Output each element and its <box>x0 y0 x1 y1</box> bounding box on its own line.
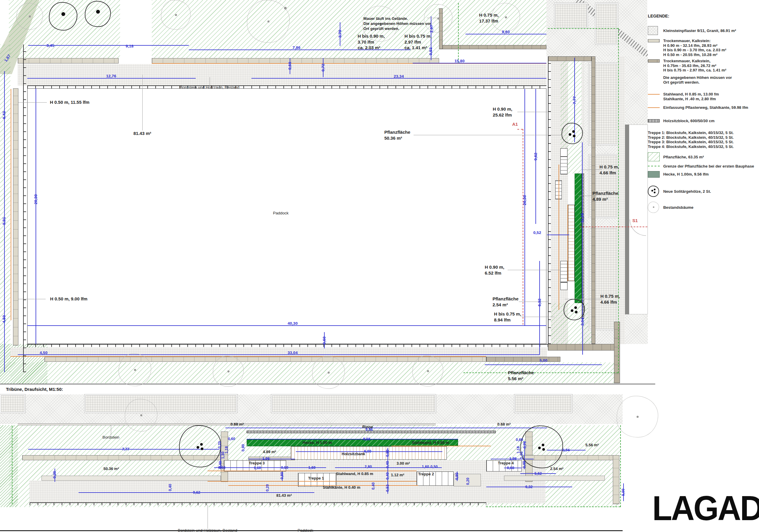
drywall-h075 <box>591 56 595 344</box>
legend-item-label: Bestandsbäume <box>663 205 694 210</box>
pavement-bed <box>85 394 237 413</box>
detail-wall <box>22 455 221 460</box>
drain-channel <box>247 430 496 433</box>
tree-dot-icon <box>654 188 656 190</box>
detail-curb <box>504 476 605 481</box>
paving-strip-bottom <box>10 348 547 357</box>
drywall <box>13 88 19 346</box>
hedge <box>247 439 458 446</box>
fence-existing <box>548 56 551 344</box>
pavement-bed <box>554 3 588 28</box>
dimension-line <box>623 483 624 501</box>
legend-item-label: Trockenmauer, Kalkstein, H 0.75m - 35.63… <box>663 59 726 73</box>
legend-item-label: Kleinsteinpflaster 9/11, Granit, 86.91 m… <box>663 28 736 33</box>
hatch-icon <box>648 152 660 161</box>
phase-boundary <box>463 372 618 373</box>
section-divider <box>0 384 655 384</box>
existing-tree-icon <box>617 396 658 437</box>
line-orange-icon <box>648 94 660 95</box>
steel-wall <box>208 471 417 471</box>
stairs-treppe1 <box>298 473 337 487</box>
legend-item-label: Neue Solitärgehölze, 2 St. <box>663 189 711 194</box>
stair-landing <box>560 148 568 157</box>
stairs-treppe3 <box>224 460 286 471</box>
steel-edge <box>11 89 11 320</box>
tree-dot-icon <box>637 416 639 418</box>
company-logo: LAGADE <box>652 488 759 532</box>
drywall-h075 <box>486 357 560 362</box>
steel-wall <box>208 481 417 482</box>
legend-item-label: Die angegebenen Höhen müssen vor Ort gep… <box>663 75 732 85</box>
steel-edge <box>10 356 486 357</box>
legend-item-label: Trockenmauer, Kalkstein: H 0.90 m - 32.1… <box>663 39 726 57</box>
phase-boundary <box>12 426 13 504</box>
legend-item-label: Treppe 1: Blockstufe, Kalkstein, 40/15/3… <box>648 131 734 149</box>
tree-dot-icon <box>651 190 653 191</box>
building-wall <box>625 125 629 314</box>
paved-path <box>618 56 625 344</box>
detail-curb <box>42 476 221 481</box>
detail-title: Tribüne, Draufsicht, M1:50: <box>6 387 63 392</box>
drywall-h075 <box>548 344 619 350</box>
drywall <box>45 357 486 362</box>
drain-channel <box>582 174 584 319</box>
detail-wall <box>221 431 228 482</box>
detail-planting <box>0 425 18 507</box>
drywall <box>18 58 119 63</box>
steel-edge <box>391 446 491 446</box>
phase-boundary <box>548 28 618 29</box>
pavement-bed <box>595 3 618 45</box>
landscape-plan-sheet: Tribüne, Draufsicht, M1:50: LEGENDE: Kle… <box>0 0 759 532</box>
steel-edge <box>228 485 418 486</box>
stair-landing <box>560 282 568 290</box>
drywall-h075 <box>614 322 620 383</box>
holz-icon <box>648 119 660 122</box>
phase-boundary <box>458 3 459 63</box>
detail-steps <box>454 474 481 486</box>
tree-dot-icon <box>654 191 656 193</box>
phase-boundary <box>620 425 621 507</box>
fence-existing <box>30 502 486 505</box>
legend-item-label: Pflanzfläche, 63.35 m² <box>663 155 704 160</box>
hedge <box>575 174 582 303</box>
legend-item-label: Holzsitzblock, 600/50/30 cm <box>663 119 714 123</box>
dash-green-icon <box>648 166 660 166</box>
planting-area <box>152 0 439 58</box>
planting-area <box>0 45 10 372</box>
paddock-area <box>27 88 546 344</box>
stairs <box>560 261 568 282</box>
legend: LEGENDE: Kleinsteinpflaster 9/11, Granit… <box>648 0 759 228</box>
tree-dot-icon <box>653 206 654 208</box>
phase-boundary <box>618 28 619 373</box>
fence-existing <box>27 85 546 88</box>
detail-wall <box>249 457 295 460</box>
fence-existing <box>27 344 548 347</box>
pavement-bed <box>0 394 25 413</box>
steel-wall <box>568 205 568 281</box>
dimension-label: 9,18 <box>126 44 134 48</box>
dimension-label: 5,00 <box>621 489 625 496</box>
drywall-h075 <box>548 56 591 61</box>
drywall <box>152 58 439 63</box>
tree-new-icon <box>648 185 659 197</box>
sheet-bottom-line <box>0 530 622 531</box>
wood-bench <box>291 446 447 460</box>
legend-item-label: Einfassung Pflasterweg, Stahlkante, 59.9… <box>663 105 748 110</box>
wall-light-icon <box>648 39 660 42</box>
legend-item-label: Stahlwand, H 0.85 m, 13.00 fm Stahlkante… <box>663 92 719 101</box>
steel-edge <box>152 63 546 64</box>
section-line-a1 <box>523 129 523 325</box>
phase-boundary <box>486 507 620 507</box>
legend-items: Kleinsteinpflaster 9/11, Granit, 86.91 m… <box>648 0 759 228</box>
leader-line <box>208 505 208 529</box>
legend-item-label: Hecke, H 1.00m, 9.56 lfm <box>663 172 709 177</box>
line-orange-icon <box>648 107 660 108</box>
pavement-bed <box>514 394 572 413</box>
pavement-bed <box>271 394 436 413</box>
steel-wall <box>559 165 559 310</box>
pflaster-icon <box>648 26 658 35</box>
wall-dark-icon <box>648 59 660 62</box>
stairs-treppe4 <box>486 460 522 471</box>
drywall-h075 <box>439 8 443 49</box>
hecke-icon <box>648 171 660 178</box>
